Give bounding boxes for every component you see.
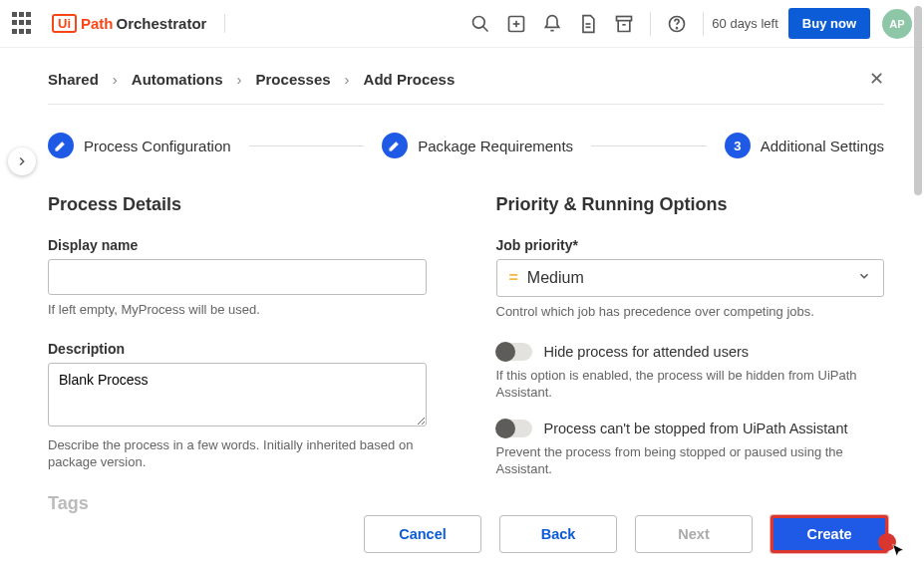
footer-buttons: Cancel Back Next Create <box>364 515 888 553</box>
priority-hint: Control which job has precedence over co… <box>496 303 875 321</box>
pencil-icon <box>382 133 408 158</box>
bell-icon[interactable] <box>534 6 570 42</box>
description-hint: Describe the process in a few words. Ini… <box>48 436 427 471</box>
crumb-automations[interactable]: Automations <box>132 71 223 88</box>
priority-label: Job priority* <box>496 237 885 253</box>
cancel-button[interactable]: Cancel <box>364 515 481 553</box>
document-icon[interactable] <box>570 6 606 42</box>
svg-point-0 <box>473 16 485 28</box>
topbar: Ui Path Orchestrator 60 days left Buy no… <box>0 0 924 48</box>
priority-select[interactable]: = Medium <box>496 259 885 297</box>
add-icon[interactable] <box>498 6 534 42</box>
scrollbar[interactable] <box>914 6 922 195</box>
pencil-icon <box>48 133 74 158</box>
chevron-down-icon <box>857 269 871 287</box>
back-button[interactable]: Back <box>499 515 617 553</box>
help-icon[interactable] <box>659 6 695 42</box>
hide-process-toggle[interactable] <box>496 343 532 361</box>
step-number: 3 <box>725 133 751 158</box>
tags-label: Tags <box>48 493 437 514</box>
nostop-toggle[interactable] <box>496 420 532 437</box>
stepper: Process Configuration Package Requiremen… <box>48 133 884 158</box>
hide-process-label: Hide process for attended users <box>544 344 750 360</box>
close-icon[interactable]: ✕ <box>869 68 884 90</box>
display-name-label: Display name <box>48 237 437 253</box>
priority-section: Priority & Running Options Job priority*… <box>496 194 885 514</box>
process-details-section: Process Details Display name If left emp… <box>48 194 437 514</box>
svg-line-1 <box>483 26 488 31</box>
description-label: Description <box>48 341 437 357</box>
cursor-pointer-icon <box>890 543 906 563</box>
step-process-config[interactable]: Process Configuration <box>48 133 231 158</box>
trial-days: 60 days left <box>712 16 778 31</box>
display-name-input[interactable] <box>48 259 427 295</box>
sidebar-expand-handle[interactable] <box>8 147 36 175</box>
step-additional: 3 Additional Settings <box>725 133 884 158</box>
product-logo[interactable]: Ui Path Orchestrator <box>52 14 225 33</box>
archive-icon[interactable] <box>606 6 642 42</box>
logo-mark: Ui <box>52 14 77 33</box>
search-icon[interactable] <box>462 6 498 42</box>
priority-medium-icon: = <box>509 269 517 287</box>
nostop-label: Process can't be stopped from UiPath Ass… <box>544 421 848 436</box>
description-input[interactable] <box>48 363 427 426</box>
avatar[interactable]: AP <box>882 9 912 39</box>
create-button[interactable]: Create <box>770 515 888 553</box>
breadcrumb: Shared › Automations › Processes › Add P… <box>48 64 884 105</box>
next-button[interactable]: Next <box>635 515 753 553</box>
nostop-hint: Prevent the process from being stopped o… <box>496 443 875 478</box>
apps-grid-icon[interactable] <box>12 12 36 36</box>
svg-rect-8 <box>617 16 632 20</box>
section-heading: Process Details <box>48 194 437 215</box>
buy-now-button[interactable]: Buy now <box>788 8 870 39</box>
crumb-shared[interactable]: Shared <box>48 71 99 88</box>
crumb-processes[interactable]: Processes <box>256 71 331 88</box>
svg-point-11 <box>677 27 678 28</box>
crumb-add-process: Add Process <box>364 71 456 88</box>
section-heading: Priority & Running Options <box>496 194 885 215</box>
display-name-hint: If left empty, MyProcess will be used. <box>48 301 427 319</box>
step-package-req[interactable]: Package Requirements <box>382 133 573 158</box>
hide-process-hint: If this option is enabled, the process w… <box>496 367 875 402</box>
